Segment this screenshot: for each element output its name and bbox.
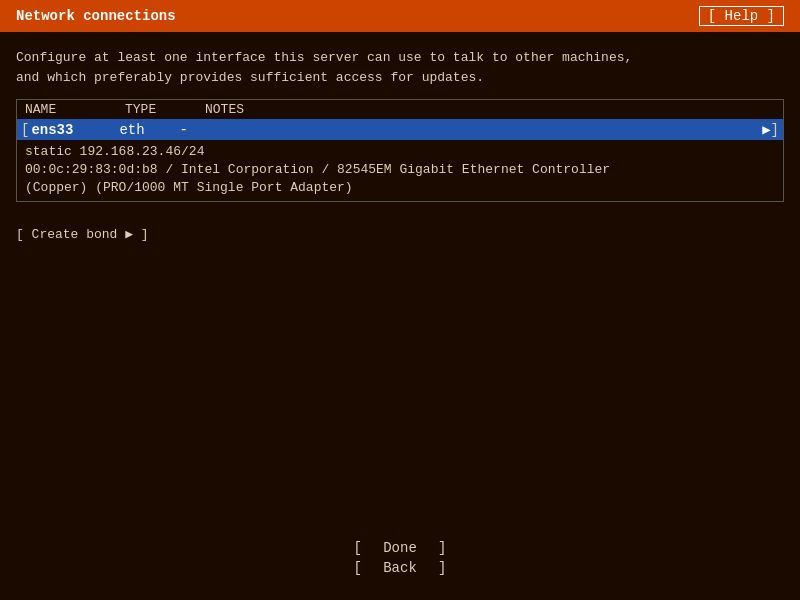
interface-type: eth [119,122,179,138]
bracket-close: ] [771,122,779,138]
header: Network connections [ Help ] [0,0,800,32]
create-bond-button[interactable]: [ Create bond ▶ ] [16,226,784,242]
back-bracket-close: ] [438,560,446,576]
description-text: Configure at least one interface this se… [16,48,784,87]
help-button[interactable]: [ Help ] [699,6,784,26]
footer: [ Done ] [ Back ] [0,540,800,600]
done-bracket-open: [ [354,540,362,556]
col-header-type: TYPE [125,102,205,117]
mac-info: 00:0c:29:83:0d:b8 / Intel Corporation / … [25,161,775,197]
network-table: NAME TYPE NOTES [ ens33 eth - ▶ ] static… [16,99,784,202]
done-bracket-close: ] [438,540,446,556]
main-content: Configure at least one interface this se… [0,32,800,540]
col-header-name: NAME [25,102,125,117]
interface-name: ens33 [31,122,119,138]
col-header-notes: NOTES [205,102,775,117]
table-header: NAME TYPE NOTES [17,100,783,119]
mac-line1: 00:0c:29:83:0d:b8 / Intel Corporation / … [25,161,775,179]
back-bracket-open: [ [354,560,362,576]
bracket-open: [ [21,122,29,138]
static-ip: static 192.168.23.46/24 [25,144,775,159]
table-row[interactable]: [ ens33 eth - ▶ ] [17,119,783,140]
back-button[interactable]: [ Back ] [354,560,447,576]
static-info: static 192.168.23.46/24 00:0c:29:83:0d:b… [17,140,783,201]
app-container: Network connections [ Help ] Configure a… [0,0,800,600]
mac-line2: (Copper) (PRO/1000 MT Single Port Adapte… [25,179,775,197]
back-label: Back [370,560,430,576]
done-button[interactable]: [ Done ] [354,540,447,556]
interface-notes: - [179,122,758,138]
description-line1: Configure at least one interface this se… [16,48,784,68]
row-arrow-icon: ▶ [762,121,770,138]
done-label: Done [370,540,430,556]
description-line2: and which preferably provides sufficient… [16,68,784,88]
window-title: Network connections [16,8,176,24]
